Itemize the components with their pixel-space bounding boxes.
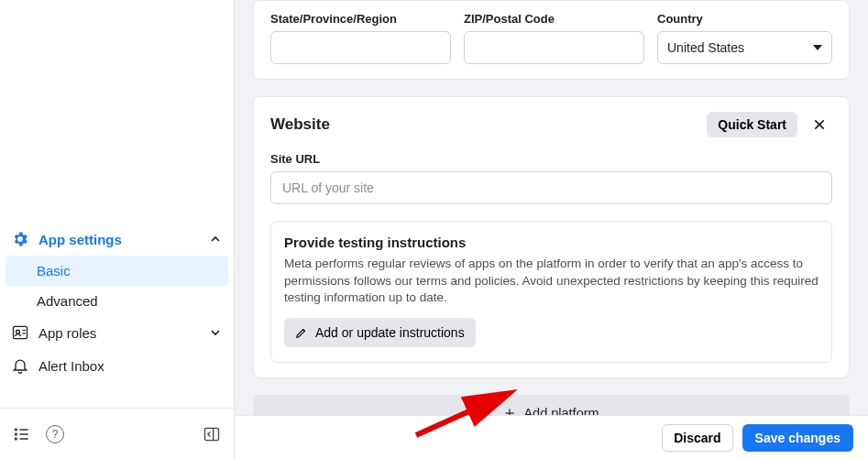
discard-button[interactable]: Discard xyxy=(662,424,732,452)
sidebar: App settings Basic Advanced App roles Al… xyxy=(0,0,235,459)
zip-input[interactable] xyxy=(464,31,644,64)
sidebar-item-label: App settings xyxy=(38,232,122,247)
sidebar-item-label: Basic xyxy=(37,263,71,279)
svg-point-4 xyxy=(16,429,17,431)
country-select[interactable]: United States xyxy=(657,31,832,64)
caret-down-icon xyxy=(813,45,822,50)
testing-title: Provide testing instructions xyxy=(284,235,819,250)
sidebar-item-app-settings[interactable]: App settings xyxy=(0,223,234,256)
pencil-icon xyxy=(295,326,308,339)
sidebar-item-advanced[interactable]: Advanced xyxy=(0,286,234,316)
site-url-input[interactable] xyxy=(270,171,832,204)
sidebar-item-label: Alert Inbox xyxy=(38,358,104,374)
state-label: State/Province/Region xyxy=(270,12,451,26)
website-card: Website Quick Start Site URL Provide tes… xyxy=(253,96,850,378)
testing-instructions-card: Provide testing instructions Meta perfor… xyxy=(270,221,832,363)
add-instructions-label: Add or update instructions xyxy=(315,325,465,340)
save-changes-button[interactable]: Save changes xyxy=(742,424,853,452)
user-badge-icon xyxy=(11,323,29,342)
address-card: State/Province/Region ZIP/Postal Code Co… xyxy=(253,0,850,80)
state-input[interactable] xyxy=(270,31,451,64)
svg-point-5 xyxy=(16,433,17,435)
close-icon xyxy=(812,117,827,132)
sidebar-item-alert-inbox[interactable]: Alert Inbox xyxy=(0,349,234,382)
sidebar-footer: ? xyxy=(0,408,234,459)
list-icon[interactable] xyxy=(13,425,31,443)
sidebar-item-basic[interactable]: Basic xyxy=(5,256,228,286)
bell-icon xyxy=(11,356,29,375)
svg-rect-0 xyxy=(14,326,27,338)
site-url-label: Site URL xyxy=(270,152,832,166)
help-icon[interactable]: ? xyxy=(46,425,64,443)
country-label: Country xyxy=(657,12,832,26)
svg-rect-10 xyxy=(205,428,219,440)
website-title: Website xyxy=(270,115,330,134)
svg-point-6 xyxy=(16,438,17,440)
collapse-sidebar-icon[interactable] xyxy=(203,425,221,443)
sidebar-item-label: App roles xyxy=(38,325,96,341)
gear-icon xyxy=(11,230,29,248)
country-field: Country United States xyxy=(657,12,832,64)
add-instructions-button[interactable]: Add or update instructions xyxy=(284,318,476,347)
chevron-down-icon xyxy=(208,325,223,340)
main-content: State/Province/Region ZIP/Postal Code Co… xyxy=(235,0,868,459)
testing-description: Meta performs regular reviews of apps on… xyxy=(284,256,819,307)
chevron-up-icon xyxy=(208,232,223,246)
sidebar-item-app-roles[interactable]: App roles xyxy=(0,316,234,349)
zip-label: ZIP/Postal Code xyxy=(464,12,644,26)
svg-point-1 xyxy=(16,330,20,333)
quick-start-button[interactable]: Quick Start xyxy=(707,112,797,137)
zip-field: ZIP/Postal Code xyxy=(464,12,644,64)
footer-bar: Discard Save changes xyxy=(235,415,868,459)
sidebar-item-label: Advanced xyxy=(37,293,98,309)
country-value: United States xyxy=(667,40,744,55)
close-website-button[interactable] xyxy=(807,112,832,137)
state-field: State/Province/Region xyxy=(270,12,451,64)
